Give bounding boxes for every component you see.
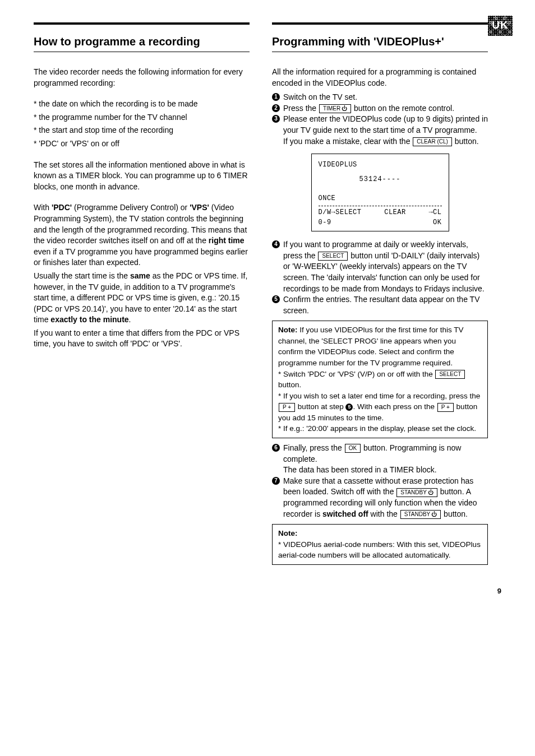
ok-button: OK xyxy=(345,444,361,453)
p-plus-button: P + xyxy=(437,403,454,412)
note-box-2: Note: * VIDEOPlus aerial-code numbers: W… xyxy=(272,524,488,565)
bullet: * the programme number for the TV channe… xyxy=(34,112,250,123)
note-box-1: Note: If you use VIDEOPlus for the first… xyxy=(272,321,488,438)
bullet: * the start and stop time of the recordi… xyxy=(34,125,250,136)
usually-paragraph: Usually the start time is the same as th… xyxy=(34,271,250,326)
left-store-text: The set stores all the information menti… xyxy=(34,160,250,193)
step-5: 5 Confirm the entries. The resultant dat… xyxy=(272,294,488,316)
p-plus-button: P + xyxy=(279,403,295,412)
step-number-icon: 7 xyxy=(272,477,280,485)
bullet: * 'PDC' or 'VPS' on or off xyxy=(34,138,250,150)
step-1: 1 Switch on the TV set. xyxy=(272,92,488,103)
osd-display: VIDEOPLUS 53124---- ONCE D/W→SELECT 0-9 … xyxy=(311,154,449,231)
step-number-icon: 4 xyxy=(272,240,280,248)
step-number-icon: 1 xyxy=(272,93,280,101)
page-number: 9 xyxy=(34,586,501,596)
pdc-paragraph: With 'PDC' (Programme Delivery Control) … xyxy=(34,202,250,268)
locale-badge: UK xyxy=(488,16,513,36)
step-ref-icon: 5 xyxy=(345,403,353,411)
left-intro: The video recorder needs the following i… xyxy=(34,67,250,89)
step-2: 2 Press the TIMER button on the remote c… xyxy=(272,103,488,114)
select-button: SELECT xyxy=(318,252,348,261)
step-number-icon: 3 xyxy=(272,115,280,123)
left-heading: How to programme a recording xyxy=(34,34,250,49)
standby-button: STANDBY xyxy=(400,510,441,519)
select-button: SELECT xyxy=(435,370,465,379)
bullet: * the date on which the recording is to … xyxy=(34,99,250,110)
step-number-icon: 2 xyxy=(272,104,280,112)
right-heading: Programming with 'VIDEOPlus+' xyxy=(272,34,488,49)
timer-button: TIMER xyxy=(319,104,351,113)
step-7: 7 Make sure that a cassette without eras… xyxy=(272,476,488,520)
step-number-icon: 6 xyxy=(272,444,280,452)
step-number-icon: 5 xyxy=(272,295,280,303)
clear-button: CLEAR (CL) xyxy=(413,137,452,146)
step-3: 3 Please enter the VIDEOPlus code (up to… xyxy=(272,114,488,147)
switchoff-paragraph: If you want to enter a time that differs… xyxy=(34,328,250,350)
right-intro: All the information required for a progr… xyxy=(272,67,488,89)
step-6: 6 Finally, press the OK button. Programm… xyxy=(272,443,488,476)
standby-button: STANDBY xyxy=(396,488,437,497)
step-4: 4 If you want to programme at daily or w… xyxy=(272,239,488,294)
